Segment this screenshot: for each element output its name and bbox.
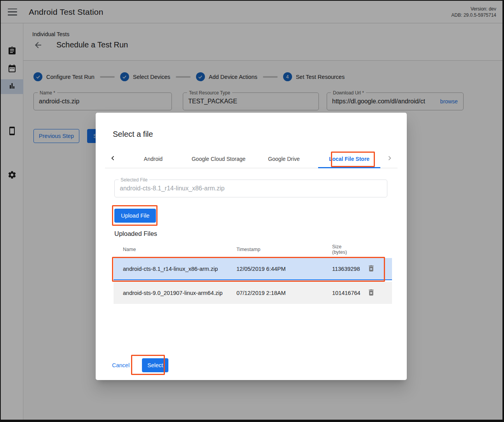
tabs: Android Google Cloud Storage Google Driv… [121,150,382,168]
trash-icon [367,288,375,298]
selected-file-field[interactable]: Selected File android-cts-8.1_r14-linux_… [114,180,387,197]
header-name: Name [114,247,236,252]
tab-local-file-store[interactable]: Local File Store [317,150,382,168]
uploaded-files-table: Name Timestamp Size (bytes) android-cts-… [114,241,392,304]
selected-file-value: android-cts-8.1_r14-linux_x86-arm.zip [120,180,384,197]
file-timestamp: 12/05/2019 6:44PM [236,266,332,272]
delete-file-button[interactable] [366,288,376,298]
table-header-row: Name Timestamp Size (bytes) [114,241,392,258]
file-size: 113639298 [332,266,362,272]
tabs-scroll-left-button[interactable] [105,150,121,168]
file-size: 101416764 [332,290,362,296]
tab-android[interactable]: Android [121,150,186,168]
header-size: Size (bytes) [332,244,362,255]
select-button[interactable]: Select [142,358,168,372]
file-timestamp: 07/12/2019 2:18AM [236,290,332,296]
dialog-title: Select a file [113,130,153,139]
select-file-dialog: Select a file Android Google Cloud Stora… [96,113,407,380]
chevron-right-icon [385,154,394,164]
tab-google-cloud-storage[interactable]: Google Cloud Storage [186,150,251,168]
uploaded-files-title: Uploaded Files [114,230,157,237]
chevron-left-icon [108,154,117,164]
screen: Android Test Station Version: dev ADB: 2… [0,0,504,422]
tabs-scroll-right-button[interactable] [382,150,397,168]
upload-file-button[interactable]: Upload File [114,209,156,223]
file-name: android-cts-8.1_r14-linux_x86-arm.zip [114,266,236,272]
dialog-actions: Cancel Select [107,358,168,372]
header-timestamp: Timestamp [236,247,332,252]
tab-bar: Android Google Cloud Storage Google Driv… [105,150,397,168]
delete-file-button[interactable] [366,263,376,274]
tab-google-drive[interactable]: Google Drive [251,150,317,168]
file-name: android-sts-9.0_201907-linux-arm64.zip [114,290,236,296]
trash-icon [367,264,375,274]
app-window: Android Test Station Version: dev ADB: 2… [1,1,502,420]
table-row[interactable]: android-cts-8.1_r14-linux_x86-arm.zip 12… [114,258,392,280]
cancel-button[interactable]: Cancel [107,359,135,371]
table-row[interactable]: android-sts-9.0_201907-linux-arm64.zip 0… [114,282,392,304]
